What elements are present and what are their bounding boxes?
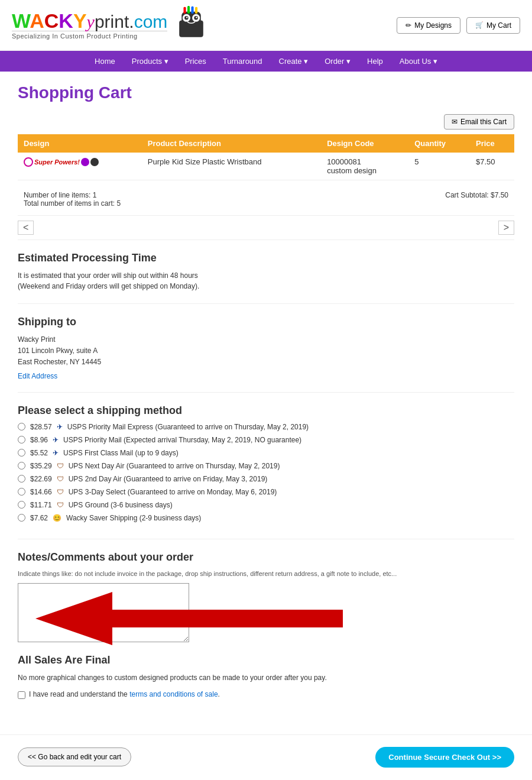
shipping-option-6: $11.71 🛡 UPS Ground (3-6 business days): [18, 501, 514, 509]
shipping-label-2: USPS First Class Mail (up to 9 days): [63, 449, 179, 457]
nav-turnaround[interactable]: Turnaround: [215, 51, 271, 72]
logo-tagline: Specializing In Custom Product Printing: [12, 31, 167, 40]
nav-about-us[interactable]: About Us ▾: [391, 51, 446, 72]
shipping-price-3: $35.29: [30, 462, 52, 470]
ups-icon-4: 🛡: [57, 475, 64, 483]
mascot-icon: [172, 6, 210, 44]
shipping-option-5: $14.66 🛡 UPS 3-Day Select (Guaranteed to…: [18, 488, 514, 496]
design-circle-1: [24, 157, 33, 167]
design-text: Super Powers!: [34, 158, 80, 166]
notes-section: Notes/Comments about your order Indicate…: [18, 551, 514, 642]
shipping-label-0: USPS Priority Mail Express (Guaranteed t…: [67, 423, 309, 431]
address-block: Wacky Print 101 Lincoln Pkwy, suite A Ea…: [18, 334, 514, 368]
svg-point-7: [196, 17, 197, 18]
terms-checkbox-row: I have read and understand the terms and…: [18, 690, 514, 699]
ups-icon-6: 🛡: [57, 501, 64, 509]
nav-bar: Home Products ▾ Prices Turnaround Create…: [0, 51, 532, 72]
notes-hint: Indicate things like: do not include inv…: [18, 569, 514, 578]
shipping-option-1: $8.96 ✈ USPS Priority Mail (Expected arr…: [18, 436, 514, 444]
all-sales-title: All Sales Are Final: [18, 654, 514, 666]
design-circle-3: [90, 158, 99, 166]
shipping-radio-6[interactable]: [18, 501, 25, 509]
shipping-method-section: Please select a shipping method $28.57 ✈…: [18, 404, 514, 539]
scroll-right-button[interactable]: >: [498, 221, 514, 235]
product-description-cell: Purple Kid Size Plastic Wristband: [142, 153, 321, 180]
all-sales-section: All Sales Are Final No more graphical ch…: [18, 654, 514, 711]
usps-icon-0: ✈: [57, 423, 63, 431]
scroll-left-button[interactable]: <: [18, 221, 34, 235]
shipping-radio-4[interactable]: [18, 475, 25, 483]
address-line1: 101 Lincoln Pkwy, suite A: [18, 345, 514, 357]
bottom-buttons: << Go back and edit your cart Continue S…: [0, 734, 532, 779]
edit-address-link[interactable]: Edit Address: [18, 372, 57, 380]
shipping-price-7: $7.62: [30, 514, 48, 522]
nav-help[interactable]: Help: [359, 51, 391, 72]
cart-table: Design Product Description Design Code Q…: [18, 134, 514, 180]
all-sales-text: No more graphical changes to custom desi…: [18, 672, 514, 683]
shipping-option-0: $28.57 ✈ USPS Priority Mail Express (Gua…: [18, 423, 514, 431]
terms-link[interactable]: terms and conditions of sale: [129, 690, 218, 698]
svg-rect-11: [195, 7, 197, 14]
logo-area: WACKY y print . com Specializing In Cust…: [12, 6, 210, 44]
my-cart-button[interactable]: 🛒 My Cart: [466, 17, 520, 34]
notes-wrapper: [18, 583, 514, 642]
line-items-count: Number of line items: 1: [24, 191, 121, 199]
shipping-label-5: UPS 3-Day Select (Guaranteed to arrive o…: [69, 488, 277, 496]
shipping-label-7: Wacky Saver Shipping (2-9 business days): [66, 514, 201, 522]
go-back-button[interactable]: << Go back and edit your cart: [18, 747, 131, 766]
my-designs-button[interactable]: ✏ My Designs: [397, 17, 460, 34]
notes-textarea[interactable]: [18, 583, 189, 642]
logo-cursive: y: [87, 13, 95, 31]
shipping-price-2: $5.52: [30, 449, 48, 457]
nav-home[interactable]: Home: [86, 51, 124, 72]
logo-com: com: [134, 13, 168, 31]
design-code-cell: 10000081 custom design: [321, 153, 408, 180]
ups-icon-3: 🛡: [57, 462, 64, 470]
checkout-button[interactable]: Continue Secure Check Out >>: [375, 747, 514, 768]
nav-prices[interactable]: Prices: [177, 51, 215, 72]
table-row: Super Powers! Purple Kid Size Plastic Wr…: [18, 153, 514, 180]
notes-title: Notes/Comments about your order: [18, 551, 514, 564]
svg-rect-9: [187, 6, 190, 14]
scroll-arrows: < >: [18, 215, 514, 240]
shipping-radio-0[interactable]: [18, 423, 25, 431]
logo-c: C: [44, 9, 59, 32]
logo-print: print: [95, 13, 129, 31]
envelope-icon: ✉: [452, 118, 458, 126]
shipping-label-6: UPS Ground (3-6 business days): [69, 501, 173, 509]
shipping-radio-2[interactable]: [18, 449, 25, 457]
shipping-option-4: $22.69 🛡 UPS 2nd Day Air (Guaranteed to …: [18, 475, 514, 483]
main-content: Shopping Cart ✉ Email this Cart Design P…: [0, 72, 532, 734]
nav-order[interactable]: Order ▾: [316, 51, 359, 72]
nav-create[interactable]: Create ▾: [271, 51, 317, 72]
shipping-price-5: $14.66: [30, 488, 52, 496]
shipping-option-7: $7.62 😊 Wacky Saver Shipping (2-9 busine…: [18, 514, 514, 522]
shipping-radio-1[interactable]: [18, 436, 25, 444]
cart-subtotal: Cart Subtotal: $7.50: [445, 191, 508, 208]
terms-checkbox[interactable]: [18, 691, 25, 699]
col-price: Price: [470, 134, 514, 153]
processing-time-section: Estimated Processing Time It is estimate…: [18, 252, 514, 304]
logo-y: Y: [73, 9, 87, 32]
shipping-method-title: Please select a shipping method: [18, 404, 514, 417]
page-title: Shopping Cart: [18, 83, 514, 102]
terms-label: I have read and understand the terms and…: [29, 690, 220, 698]
shipping-radio-7[interactable]: [18, 514, 25, 522]
total-items-count: Total number of items in cart: 5: [24, 199, 121, 208]
svg-point-6: [186, 17, 187, 18]
shipping-label-1: USPS Priority Mail (Expected arrival Thu…: [63, 436, 301, 444]
shipping-option-2: $5.52 ✈ USPS First Class Mail (up to 9 d…: [18, 449, 514, 457]
usps-icon-2: ✈: [53, 449, 59, 457]
email-cart-row: ✉ Email this Cart: [18, 114, 514, 130]
shipping-radio-5[interactable]: [18, 488, 25, 496]
pencil-icon: ✏: [406, 21, 411, 30]
shipping-price-1: $8.96: [30, 436, 48, 444]
col-quantity: Quantity: [408, 134, 470, 153]
shipping-radio-3[interactable]: [18, 462, 25, 470]
logo-a: A: [30, 9, 44, 32]
cart-summary: Number of line items: 1 Total number of …: [18, 186, 514, 212]
nav-products[interactable]: Products ▾: [124, 51, 177, 72]
shipping-label-4: UPS 2nd Day Air (Guaranteed to arrive on…: [69, 475, 268, 483]
email-cart-button[interactable]: ✉ Email this Cart: [444, 114, 514, 130]
logo-w: W: [12, 9, 30, 32]
